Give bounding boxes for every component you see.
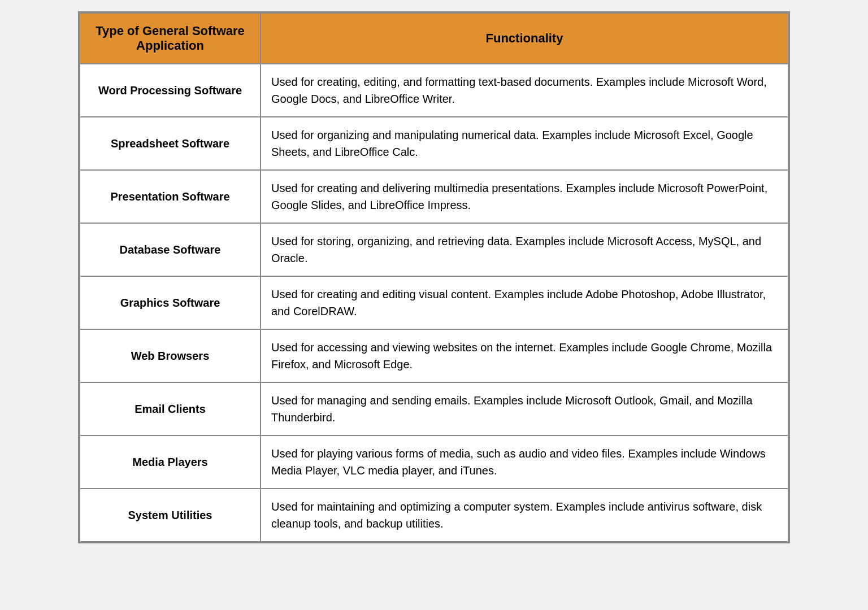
row-type-4: Graphics Software — [80, 276, 261, 329]
row-type-0: Word Processing Software — [80, 64, 261, 117]
row-functionality-1: Used for organizing and manipulating num… — [261, 117, 788, 170]
header-functionality: Functionality — [261, 13, 788, 64]
table-row: Word Processing SoftwareUsed for creatin… — [80, 64, 788, 117]
row-functionality-3: Used for storing, organizing, and retrie… — [261, 223, 788, 276]
row-type-6: Email Clients — [80, 382, 261, 435]
table-body: Word Processing SoftwareUsed for creatin… — [80, 64, 788, 542]
row-functionality-5: Used for accessing and viewing websites … — [261, 329, 788, 382]
table-row: Media PlayersUsed for playing various fo… — [80, 435, 788, 489]
row-type-2: Presentation Software — [80, 170, 261, 223]
row-functionality-7: Used for playing various forms of media,… — [261, 435, 788, 489]
row-functionality-0: Used for creating, editing, and formatti… — [261, 64, 788, 117]
table-row: Database SoftwareUsed for storing, organ… — [80, 223, 788, 276]
table-header-row: Type of General Software Application Fun… — [80, 13, 788, 64]
row-type-3: Database Software — [80, 223, 261, 276]
header-type: Type of General Software Application — [80, 13, 261, 64]
row-functionality-8: Used for maintaining and optimizing a co… — [261, 489, 788, 542]
row-functionality-6: Used for managing and sending emails. Ex… — [261, 382, 788, 435]
software-table: Type of General Software Application Fun… — [79, 12, 789, 542]
table-row: Graphics SoftwareUsed for creating and e… — [80, 276, 788, 329]
table-row: Web BrowsersUsed for accessing and viewi… — [80, 329, 788, 382]
table-row: Spreadsheet SoftwareUsed for organizing … — [80, 117, 788, 170]
row-type-5: Web Browsers — [80, 329, 261, 382]
table-row: System UtilitiesUsed for maintaining and… — [80, 489, 788, 542]
table-row: Email ClientsUsed for managing and sendi… — [80, 382, 788, 435]
row-type-1: Spreadsheet Software — [80, 117, 261, 170]
row-type-7: Media Players — [80, 435, 261, 489]
row-functionality-4: Used for creating and editing visual con… — [261, 276, 788, 329]
software-table-container: Type of General Software Application Fun… — [78, 11, 790, 543]
row-functionality-2: Used for creating and delivering multime… — [261, 170, 788, 223]
table-row: Presentation SoftwareUsed for creating a… — [80, 170, 788, 223]
row-type-8: System Utilities — [80, 489, 261, 542]
